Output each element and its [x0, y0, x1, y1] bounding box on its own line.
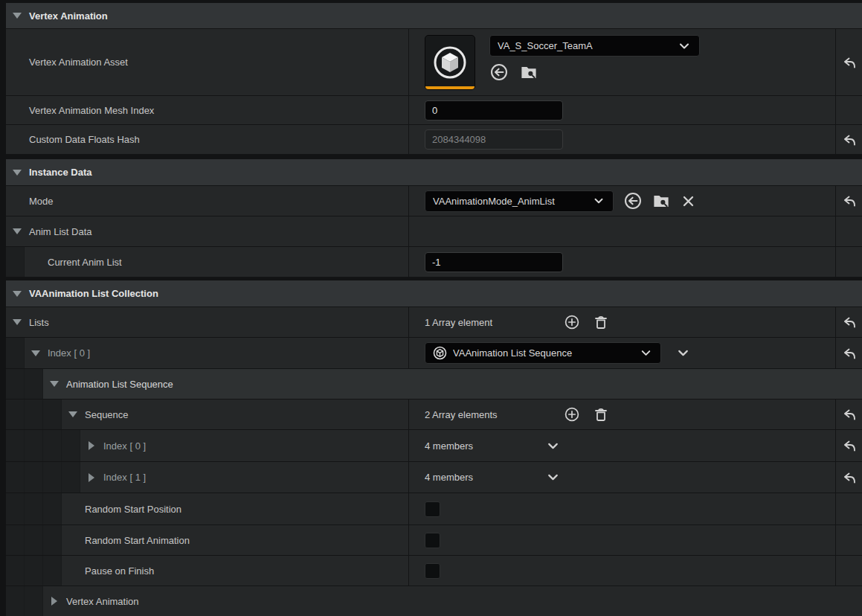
mode-dropdown[interactable]: VAAnimationMode_AnimList [425, 190, 614, 212]
indent-guide [62, 462, 80, 493]
reset-to-default-button[interactable] [842, 407, 857, 422]
undo-icon [842, 132, 857, 147]
caret-down-icon [13, 291, 22, 297]
reset-to-default-button[interactable] [842, 55, 857, 70]
empty-array-button[interactable] [593, 314, 609, 330]
use-selected-icon [489, 62, 509, 82]
reset-to-default-button[interactable] [842, 132, 857, 147]
reset-to-default-button[interactable] [842, 470, 857, 485]
row-lists-index-0: Index [ 0 ] VAAnimation List Sequence [6, 338, 862, 369]
category-header-vaanimation-list-collection[interactable]: VAAnimation List Collection [6, 280, 862, 307]
pause-on-finish-checkbox[interactable] [425, 563, 440, 579]
indent-guide [25, 430, 43, 461]
expand-arrow-icon[interactable] [68, 409, 78, 420]
mode-value: VAAnimationMode_AnimList [433, 196, 592, 207]
element-options-button[interactable] [545, 469, 561, 485]
indent-guide [43, 556, 62, 585]
row-lists: Lists 1 Array element [6, 307, 862, 338]
expand-arrow-icon[interactable] [12, 10, 22, 21]
indent-guide [6, 525, 25, 555]
property-label: Vertex Animation Mesh Index [29, 105, 154, 116]
category-title: VAAnimation List Collection [29, 288, 158, 299]
caret-spacer [30, 257, 41, 267]
caret-spacer [68, 565, 78, 576]
indent-guide [6, 586, 25, 616]
expand-arrow-icon[interactable] [30, 348, 41, 359]
expand-arrow-icon[interactable] [12, 167, 22, 178]
indent-guide [25, 369, 43, 399]
caret-down-icon [50, 381, 59, 387]
expand-arrow-icon[interactable] [49, 379, 59, 389]
clear-button[interactable] [681, 193, 696, 209]
browse-folder-icon [519, 62, 538, 82]
row-mode: Mode VAAnimationMode_AnimList [6, 186, 862, 216]
row-sequence-index-0: Index [ 0 ] 4 members [6, 430, 862, 462]
row-current-anim-list: Current Anim List [6, 247, 862, 277]
indent-guide [25, 493, 43, 524]
collapse-arrow-icon[interactable] [86, 440, 97, 451]
chevron-down-icon [545, 438, 561, 454]
caret-right-icon [89, 441, 94, 450]
expand-arrow-icon[interactable] [12, 289, 22, 299]
category-header-vertex-animation[interactable]: Vertex Animation [6, 3, 862, 29]
indent-guide [43, 400, 62, 429]
asset-picker-dropdown[interactable]: VA_S_Soccer_TeamA [489, 35, 700, 57]
mesh-index-input[interactable] [425, 100, 563, 121]
reset-to-default-button[interactable] [842, 346, 857, 361]
indent-guide [25, 525, 43, 555]
indent-guide [6, 430, 25, 461]
property-label: Random Start Animation [85, 535, 190, 546]
asset-thumbnail[interactable] [425, 35, 475, 90]
current-anim-list-input[interactable] [425, 252, 563, 272]
row-vertex-animation-mesh-index: Vertex Animation Mesh Index [6, 96, 862, 125]
undo-icon [842, 438, 857, 453]
add-array-element-button[interactable] [564, 406, 580, 423]
indent-guide [25, 400, 43, 429]
indent-guide [43, 430, 62, 461]
reset-to-default-button[interactable] [842, 315, 857, 330]
row-sequence: Sequence 2 Array elements [6, 400, 862, 430]
property-label: Current Anim List [48, 257, 122, 268]
browse-to-asset-button[interactable] [652, 191, 671, 211]
asset-type-color-bar [425, 86, 475, 89]
instanced-struct-dropdown[interactable]: VAAnimation List Sequence [425, 342, 661, 364]
indent-guide [25, 586, 43, 616]
row-vertex-animation-collapsed[interactable]: Vertex Animation [6, 586, 862, 616]
random-start-position-checkbox[interactable] [425, 501, 440, 517]
caret-down-icon [13, 170, 22, 176]
browse-to-asset-button[interactable] [519, 62, 538, 82]
details-panel: Vertex Animation Vertex Animation Asset … [0, 0, 862, 616]
reset-to-default-button[interactable] [842, 193, 857, 208]
expand-arrow-icon[interactable] [12, 226, 22, 237]
indent-guide [43, 493, 62, 524]
chevron-down-icon [592, 194, 605, 208]
category-title: Instance Data [29, 167, 92, 178]
plus-circle-icon [564, 406, 580, 423]
undo-icon [842, 193, 857, 208]
caret-spacer [12, 196, 22, 206]
reset-to-default-button[interactable] [842, 438, 857, 453]
expand-arrow-icon[interactable] [12, 317, 22, 327]
array-index-label: Index [ 0 ] [103, 440, 146, 452]
chevron-down-icon [677, 39, 692, 54]
element-options-button[interactable] [545, 438, 561, 454]
caret-right-icon [89, 473, 94, 482]
element-options-button[interactable] [675, 345, 691, 361]
collapse-arrow-icon[interactable] [86, 472, 97, 483]
indent-guide [6, 493, 25, 524]
indent-guide [6, 462, 25, 493]
indent-guide [43, 525, 62, 555]
caret-down-icon [13, 228, 22, 234]
category-header-instance-data[interactable]: Instance Data [6, 159, 862, 186]
row-anim-list-data[interactable]: Anim List Data [6, 216, 862, 247]
chevron-down-icon [545, 469, 561, 485]
add-array-element-button[interactable] [564, 314, 580, 330]
random-start-animation-checkbox[interactable] [425, 533, 440, 548]
use-selected-asset-button[interactable] [623, 191, 643, 211]
undo-icon [842, 315, 857, 330]
use-selected-asset-button[interactable] [489, 62, 509, 82]
collapse-arrow-icon[interactable] [49, 596, 59, 606]
subheader-animation-list-sequence[interactable]: Animation List Sequence [6, 369, 862, 400]
empty-array-button[interactable] [593, 406, 609, 423]
indent-guide [25, 556, 43, 585]
